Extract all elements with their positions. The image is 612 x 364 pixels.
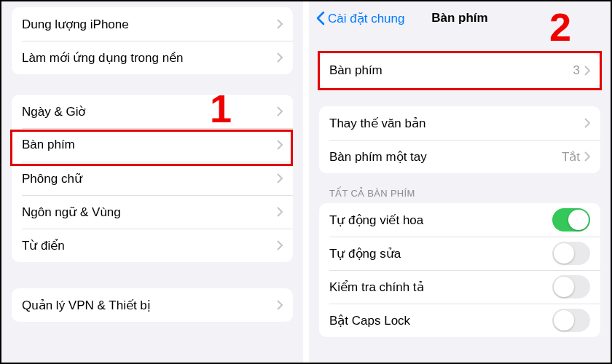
row-date-time[interactable]: Ngày & Giờ bbox=[12, 95, 293, 128]
row-label: Bàn phím bbox=[22, 138, 277, 152]
toggle-caps-lock[interactable] bbox=[552, 309, 590, 332]
nav-bar: Cài đặt chung Bàn phím bbox=[309, 1, 611, 35]
row-dictionary[interactable]: Từ điển bbox=[12, 229, 293, 262]
row-label: Ngôn ngữ & Vùng bbox=[22, 205, 277, 220]
general-settings-pane: Dung lượng iPhone Làm mới ứng dụng trong… bbox=[1, 1, 306, 363]
settings-group-system: Ngày & Giờ Bàn phím Phông chữ Ngôn ngữ &… bbox=[12, 95, 293, 262]
row-keyboard[interactable]: Bàn phím bbox=[12, 128, 293, 162]
chevron-right-icon bbox=[584, 151, 590, 162]
keyboard-group-options: Thay thế văn bản Bàn phím một tay Tắt bbox=[319, 106, 600, 173]
back-button[interactable]: Cài đặt chung bbox=[316, 11, 404, 26]
settings-group-storage: Dung lượng iPhone Làm mới ứng dụng trong… bbox=[12, 7, 293, 74]
toggle-auto-capitalize[interactable] bbox=[552, 208, 590, 232]
row-auto-correct: Tự động sửa bbox=[319, 237, 600, 270]
row-label: Kiểm tra chính tả bbox=[329, 280, 552, 295]
row-language-region[interactable]: Ngôn ngữ & Vùng bbox=[12, 195, 293, 229]
row-one-handed-keyboard[interactable]: Bàn phím một tay Tắt bbox=[319, 140, 600, 173]
chevron-right-icon bbox=[277, 240, 283, 250]
back-label: Cài đặt chung bbox=[328, 11, 404, 26]
row-label: Tự động viết hoa bbox=[329, 213, 552, 228]
row-label: Làm mới ứng dụng trong nền bbox=[22, 50, 277, 66]
row-label: Dung lượng iPhone bbox=[22, 17, 277, 32]
keyboard-group-all-keyboards: Tự động viết hoa Tự động sửa Kiểm tra ch… bbox=[319, 203, 600, 337]
chevron-right-icon bbox=[277, 19, 283, 29]
row-value: 3 bbox=[573, 63, 580, 78]
toggle-spell-check[interactable] bbox=[552, 275, 590, 298]
row-label: Ngày & Giờ bbox=[22, 104, 277, 119]
row-fonts[interactable]: Phông chữ bbox=[12, 162, 293, 195]
row-label: Thay thế văn bản bbox=[329, 116, 584, 131]
row-background-app-refresh[interactable]: Làm mới ứng dụng trong nền bbox=[12, 41, 293, 74]
chevron-right-icon bbox=[584, 66, 590, 76]
row-label: Bật Caps Lock bbox=[329, 313, 552, 328]
row-label: Quản lý VPN & Thiết bị bbox=[22, 298, 277, 313]
toggle-auto-correct[interactable] bbox=[552, 242, 590, 265]
chevron-right-icon bbox=[277, 207, 283, 217]
row-label: Tự động sửa bbox=[329, 246, 552, 261]
row-label: Phông chữ bbox=[22, 171, 277, 186]
chevron-right-icon bbox=[584, 118, 590, 128]
row-text-replacement[interactable]: Thay thế văn bản bbox=[319, 106, 600, 140]
section-header-all-keyboards: TẤT CẢ BÀN PHÍM bbox=[329, 188, 590, 199]
chevron-right-icon bbox=[277, 140, 283, 150]
chevron-right-icon bbox=[277, 300, 283, 310]
row-label: Từ điển bbox=[22, 238, 277, 253]
row-caps-lock: Bật Caps Lock bbox=[319, 304, 600, 337]
chevron-left-icon bbox=[316, 11, 325, 25]
chevron-right-icon bbox=[277, 173, 283, 183]
settings-group-vpn: Quản lý VPN & Thiết bị bbox=[12, 288, 293, 322]
row-value: Tắt bbox=[562, 149, 580, 165]
row-auto-capitalize: Tự động viết hoa bbox=[319, 203, 600, 237]
row-label: Bàn phím một tay bbox=[329, 149, 562, 165]
keyboard-settings-pane: Cài đặt chung Bàn phím Bàn phím 3 Thay t… bbox=[306, 1, 611, 363]
chevron-right-icon bbox=[277, 52, 283, 63]
row-keyboards[interactable]: Bàn phím 3 bbox=[319, 54, 600, 87]
keyboard-group-keyboards: Bàn phím 3 bbox=[319, 54, 600, 87]
row-iphone-storage[interactable]: Dung lượng iPhone bbox=[12, 7, 293, 41]
chevron-right-icon bbox=[277, 106, 283, 116]
row-label: Bàn phím bbox=[329, 63, 573, 78]
row-spell-check: Kiểm tra chính tả bbox=[319, 270, 600, 304]
row-vpn-device-management[interactable]: Quản lý VPN & Thiết bị bbox=[12, 288, 293, 322]
